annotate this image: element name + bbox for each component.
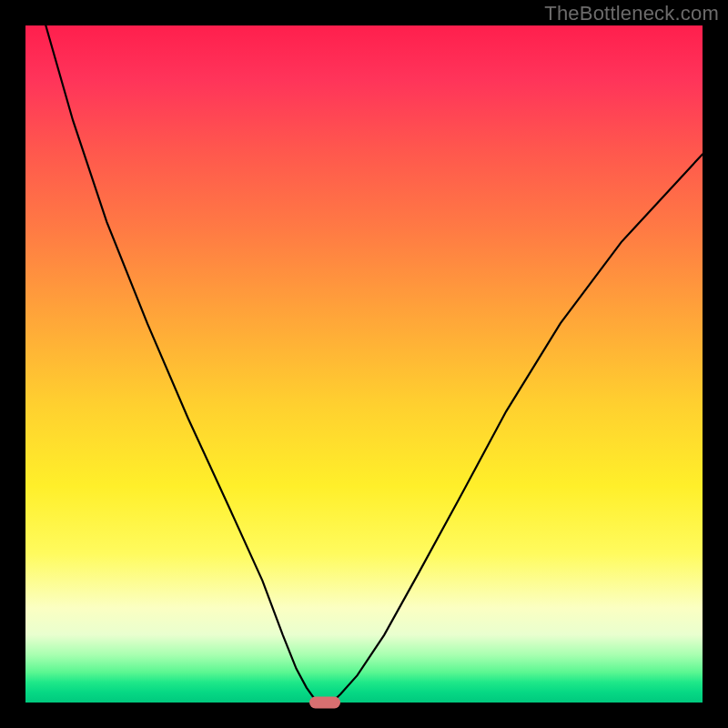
cusp-marker [309,697,340,709]
bottleneck-curve [25,25,703,703]
curve-left-branch [46,25,318,703]
chart-frame: TheBottleneck.com [0,0,728,728]
watermark-text: TheBottleneck.com [544,2,719,25]
plot-area [25,25,703,703]
curve-right-branch [331,154,703,703]
